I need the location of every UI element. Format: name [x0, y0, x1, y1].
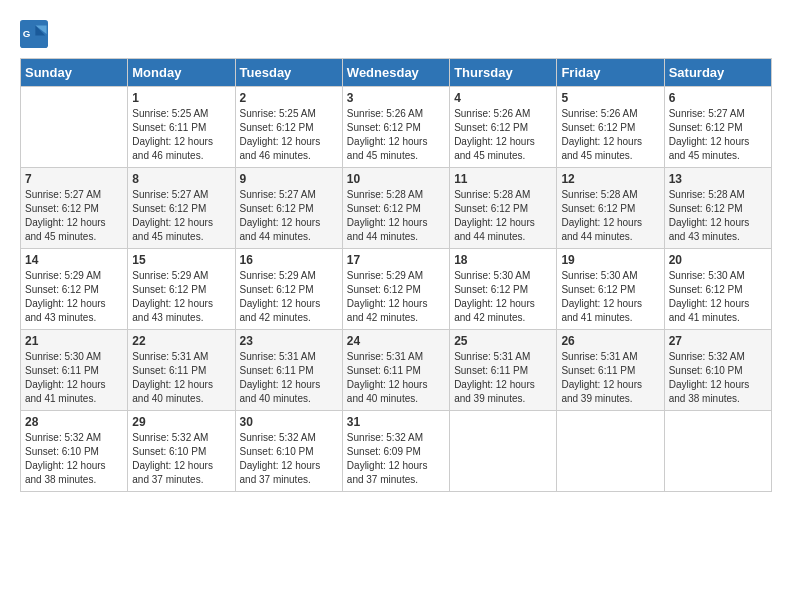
day-number: 9 [240, 172, 338, 186]
day-info: Sunrise: 5:27 AM Sunset: 6:12 PM Dayligh… [669, 107, 767, 163]
day-info: Sunrise: 5:29 AM Sunset: 6:12 PM Dayligh… [347, 269, 445, 325]
calendar-cell: 30Sunrise: 5:32 AM Sunset: 6:10 PM Dayli… [235, 411, 342, 492]
day-info: Sunrise: 5:25 AM Sunset: 6:11 PM Dayligh… [132, 107, 230, 163]
column-header-saturday: Saturday [664, 59, 771, 87]
day-number: 29 [132, 415, 230, 429]
day-info: Sunrise: 5:31 AM Sunset: 6:11 PM Dayligh… [347, 350, 445, 406]
day-info: Sunrise: 5:32 AM Sunset: 6:09 PM Dayligh… [347, 431, 445, 487]
day-number: 4 [454, 91, 552, 105]
day-info: Sunrise: 5:31 AM Sunset: 6:11 PM Dayligh… [561, 350, 659, 406]
logo-icon: G [20, 20, 48, 48]
day-info: Sunrise: 5:26 AM Sunset: 6:12 PM Dayligh… [454, 107, 552, 163]
calendar-cell: 13Sunrise: 5:28 AM Sunset: 6:12 PM Dayli… [664, 168, 771, 249]
calendar-cell: 12Sunrise: 5:28 AM Sunset: 6:12 PM Dayli… [557, 168, 664, 249]
day-info: Sunrise: 5:28 AM Sunset: 6:12 PM Dayligh… [454, 188, 552, 244]
day-number: 6 [669, 91, 767, 105]
day-info: Sunrise: 5:29 AM Sunset: 6:12 PM Dayligh… [25, 269, 123, 325]
calendar-cell: 27Sunrise: 5:32 AM Sunset: 6:10 PM Dayli… [664, 330, 771, 411]
column-header-tuesday: Tuesday [235, 59, 342, 87]
calendar-cell: 25Sunrise: 5:31 AM Sunset: 6:11 PM Dayli… [450, 330, 557, 411]
week-row-2: 7Sunrise: 5:27 AM Sunset: 6:12 PM Daylig… [21, 168, 772, 249]
logo: G [20, 20, 50, 48]
calendar-cell: 15Sunrise: 5:29 AM Sunset: 6:12 PM Dayli… [128, 249, 235, 330]
day-number: 26 [561, 334, 659, 348]
day-info: Sunrise: 5:28 AM Sunset: 6:12 PM Dayligh… [561, 188, 659, 244]
calendar-cell: 10Sunrise: 5:28 AM Sunset: 6:12 PM Dayli… [342, 168, 449, 249]
day-number: 15 [132, 253, 230, 267]
week-row-5: 28Sunrise: 5:32 AM Sunset: 6:10 PM Dayli… [21, 411, 772, 492]
day-number: 28 [25, 415, 123, 429]
day-info: Sunrise: 5:30 AM Sunset: 6:12 PM Dayligh… [669, 269, 767, 325]
calendar-cell: 17Sunrise: 5:29 AM Sunset: 6:12 PM Dayli… [342, 249, 449, 330]
day-number: 22 [132, 334, 230, 348]
column-header-friday: Friday [557, 59, 664, 87]
day-info: Sunrise: 5:26 AM Sunset: 6:12 PM Dayligh… [561, 107, 659, 163]
day-number: 12 [561, 172, 659, 186]
day-info: Sunrise: 5:31 AM Sunset: 6:11 PM Dayligh… [454, 350, 552, 406]
calendar-cell: 3Sunrise: 5:26 AM Sunset: 6:12 PM Daylig… [342, 87, 449, 168]
calendar-cell: 7Sunrise: 5:27 AM Sunset: 6:12 PM Daylig… [21, 168, 128, 249]
header-row: SundayMondayTuesdayWednesdayThursdayFrid… [21, 59, 772, 87]
day-number: 2 [240, 91, 338, 105]
day-number: 1 [132, 91, 230, 105]
week-row-4: 21Sunrise: 5:30 AM Sunset: 6:11 PM Dayli… [21, 330, 772, 411]
calendar-cell: 18Sunrise: 5:30 AM Sunset: 6:12 PM Dayli… [450, 249, 557, 330]
column-header-monday: Monday [128, 59, 235, 87]
week-row-3: 14Sunrise: 5:29 AM Sunset: 6:12 PM Dayli… [21, 249, 772, 330]
calendar-table: SundayMondayTuesdayWednesdayThursdayFrid… [20, 58, 772, 492]
calendar-cell [21, 87, 128, 168]
calendar-header: SundayMondayTuesdayWednesdayThursdayFrid… [21, 59, 772, 87]
day-number: 14 [25, 253, 123, 267]
day-info: Sunrise: 5:27 AM Sunset: 6:12 PM Dayligh… [25, 188, 123, 244]
day-info: Sunrise: 5:26 AM Sunset: 6:12 PM Dayligh… [347, 107, 445, 163]
calendar-cell: 6Sunrise: 5:27 AM Sunset: 6:12 PM Daylig… [664, 87, 771, 168]
day-number: 7 [25, 172, 123, 186]
calendar-cell: 2Sunrise: 5:25 AM Sunset: 6:12 PM Daylig… [235, 87, 342, 168]
calendar-cell: 20Sunrise: 5:30 AM Sunset: 6:12 PM Dayli… [664, 249, 771, 330]
day-number: 18 [454, 253, 552, 267]
day-info: Sunrise: 5:30 AM Sunset: 6:12 PM Dayligh… [454, 269, 552, 325]
calendar-cell: 14Sunrise: 5:29 AM Sunset: 6:12 PM Dayli… [21, 249, 128, 330]
calendar-cell: 29Sunrise: 5:32 AM Sunset: 6:10 PM Dayli… [128, 411, 235, 492]
day-info: Sunrise: 5:28 AM Sunset: 6:12 PM Dayligh… [347, 188, 445, 244]
calendar-cell: 26Sunrise: 5:31 AM Sunset: 6:11 PM Dayli… [557, 330, 664, 411]
day-number: 30 [240, 415, 338, 429]
day-info: Sunrise: 5:31 AM Sunset: 6:11 PM Dayligh… [132, 350, 230, 406]
day-info: Sunrise: 5:32 AM Sunset: 6:10 PM Dayligh… [669, 350, 767, 406]
calendar-cell: 5Sunrise: 5:26 AM Sunset: 6:12 PM Daylig… [557, 87, 664, 168]
calendar-body: 1Sunrise: 5:25 AM Sunset: 6:11 PM Daylig… [21, 87, 772, 492]
day-number: 10 [347, 172, 445, 186]
day-number: 17 [347, 253, 445, 267]
day-info: Sunrise: 5:29 AM Sunset: 6:12 PM Dayligh… [132, 269, 230, 325]
day-info: Sunrise: 5:32 AM Sunset: 6:10 PM Dayligh… [25, 431, 123, 487]
calendar-cell: 1Sunrise: 5:25 AM Sunset: 6:11 PM Daylig… [128, 87, 235, 168]
day-info: Sunrise: 5:32 AM Sunset: 6:10 PM Dayligh… [240, 431, 338, 487]
day-number: 11 [454, 172, 552, 186]
day-number: 19 [561, 253, 659, 267]
calendar-cell: 31Sunrise: 5:32 AM Sunset: 6:09 PM Dayli… [342, 411, 449, 492]
calendar-cell: 23Sunrise: 5:31 AM Sunset: 6:11 PM Dayli… [235, 330, 342, 411]
column-header-thursday: Thursday [450, 59, 557, 87]
calendar-cell [450, 411, 557, 492]
day-number: 21 [25, 334, 123, 348]
column-header-wednesday: Wednesday [342, 59, 449, 87]
day-number: 20 [669, 253, 767, 267]
calendar-cell: 9Sunrise: 5:27 AM Sunset: 6:12 PM Daylig… [235, 168, 342, 249]
day-number: 23 [240, 334, 338, 348]
day-number: 24 [347, 334, 445, 348]
day-number: 25 [454, 334, 552, 348]
calendar-cell [557, 411, 664, 492]
day-info: Sunrise: 5:25 AM Sunset: 6:12 PM Dayligh… [240, 107, 338, 163]
day-info: Sunrise: 5:29 AM Sunset: 6:12 PM Dayligh… [240, 269, 338, 325]
calendar-cell: 24Sunrise: 5:31 AM Sunset: 6:11 PM Dayli… [342, 330, 449, 411]
day-info: Sunrise: 5:27 AM Sunset: 6:12 PM Dayligh… [132, 188, 230, 244]
day-info: Sunrise: 5:31 AM Sunset: 6:11 PM Dayligh… [240, 350, 338, 406]
day-info: Sunrise: 5:32 AM Sunset: 6:10 PM Dayligh… [132, 431, 230, 487]
day-number: 16 [240, 253, 338, 267]
day-number: 13 [669, 172, 767, 186]
page-header: G [20, 20, 772, 48]
calendar-cell: 19Sunrise: 5:30 AM Sunset: 6:12 PM Dayli… [557, 249, 664, 330]
day-number: 27 [669, 334, 767, 348]
calendar-cell: 28Sunrise: 5:32 AM Sunset: 6:10 PM Dayli… [21, 411, 128, 492]
day-info: Sunrise: 5:28 AM Sunset: 6:12 PM Dayligh… [669, 188, 767, 244]
